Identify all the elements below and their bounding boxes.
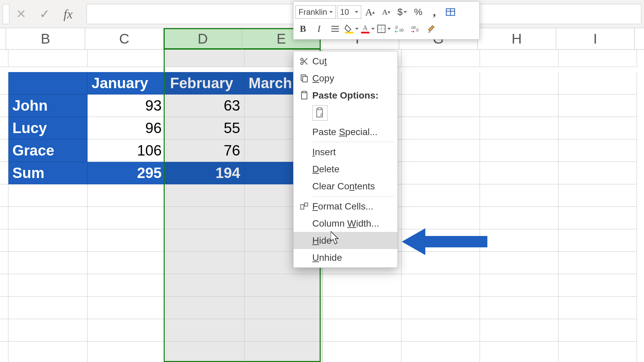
cell-header-january[interactable]: January	[88, 72, 166, 95]
decrease-font-button[interactable]: A▾	[379, 5, 393, 19]
cell[interactable]	[558, 72, 637, 95]
cell[interactable]	[480, 72, 558, 95]
cell[interactable]	[88, 297, 166, 319]
format-cells-menu-item[interactable]: Format Cells...	[293, 198, 397, 215]
cell[interactable]	[245, 342, 323, 362]
cell[interactable]	[8, 184, 88, 207]
cell[interactable]: 106	[88, 139, 166, 162]
cell[interactable]	[0, 50, 8, 67]
delete-menu-item[interactable]: Delete	[293, 161, 397, 178]
cell[interactable]	[0, 139, 8, 162]
row-header-gutter[interactable]	[0, 28, 6, 49]
cell[interactable]	[558, 139, 637, 162]
column-header-d[interactable]: D	[164, 28, 242, 49]
copy-menu-item[interactable]: Copy	[293, 70, 397, 87]
column-width-menu-item[interactable]: Column Width...	[293, 215, 397, 232]
cell[interactable]	[480, 50, 558, 67]
cell-name-lucy[interactable]: Lucy	[8, 117, 88, 139]
cell[interactable]	[480, 252, 558, 274]
cell[interactable]	[8, 342, 88, 362]
fill-color-button[interactable]	[344, 21, 359, 36]
paste-special-menu-item[interactable]: Paste Special...	[293, 123, 397, 140]
cell[interactable]: 63	[166, 95, 245, 117]
cell-name-john[interactable]: John	[8, 95, 88, 117]
cell[interactable]	[8, 274, 88, 297]
cell[interactable]	[88, 342, 166, 362]
cell[interactable]	[401, 162, 480, 184]
cell[interactable]: 76	[166, 139, 245, 162]
font-color-button[interactable]: A	[360, 21, 375, 36]
cell[interactable]	[558, 274, 637, 297]
cell[interactable]	[8, 252, 88, 274]
cell[interactable]	[480, 184, 558, 207]
italic-button[interactable]: I	[312, 21, 326, 36]
cell[interactable]	[166, 207, 245, 229]
cell[interactable]	[480, 342, 558, 362]
font-family-dropdown[interactable]: Franklin	[296, 5, 336, 19]
cell[interactable]: 55	[166, 117, 245, 139]
cell-header-blank[interactable]	[8, 72, 88, 95]
cell[interactable]	[558, 117, 637, 139]
percent-button[interactable]: %	[411, 5, 426, 19]
cell[interactable]	[401, 319, 480, 342]
cell[interactable]	[0, 319, 8, 342]
cell[interactable]	[0, 274, 8, 297]
cell[interactable]	[245, 319, 323, 342]
font-size-dropdown[interactable]: 10	[337, 5, 361, 19]
cell[interactable]	[0, 252, 8, 274]
cell-sum-c[interactable]: 295	[88, 162, 166, 184]
cell[interactable]	[323, 274, 401, 297]
cell[interactable]	[480, 297, 558, 319]
cell[interactable]	[0, 229, 8, 252]
cell[interactable]	[323, 297, 401, 319]
cell[interactable]	[88, 50, 166, 67]
cell[interactable]	[480, 319, 558, 342]
cell[interactable]	[401, 139, 480, 162]
confirm-button[interactable]: ✓	[33, 4, 56, 24]
cell[interactable]	[401, 72, 480, 95]
cell[interactable]	[0, 162, 8, 184]
cell[interactable]	[401, 297, 480, 319]
cell[interactable]	[88, 252, 166, 274]
cell[interactable]	[401, 117, 480, 139]
column-header-i[interactable]: I	[556, 28, 635, 49]
cell[interactable]	[8, 229, 88, 252]
cell[interactable]	[401, 207, 480, 229]
insert-menu-item[interactable]: Insert	[293, 143, 397, 161]
cell[interactable]	[401, 184, 480, 207]
paste-keep-source-button[interactable]: A	[312, 105, 328, 121]
cell[interactable]	[558, 50, 637, 67]
cell[interactable]	[8, 207, 88, 229]
cell[interactable]	[480, 139, 558, 162]
cell[interactable]	[0, 342, 8, 362]
cell[interactable]	[480, 207, 558, 229]
cell[interactable]	[166, 319, 245, 342]
cell[interactable]	[401, 229, 480, 252]
cell[interactable]	[166, 297, 245, 319]
cell[interactable]	[401, 252, 480, 274]
cell[interactable]	[166, 342, 245, 362]
cell[interactable]	[88, 274, 166, 297]
cell[interactable]	[166, 274, 245, 297]
cancel-button[interactable]: ✕	[9, 4, 33, 24]
bold-button[interactable]: B	[296, 21, 310, 36]
column-header-h[interactable]: H	[478, 28, 556, 49]
cell[interactable]	[558, 162, 637, 184]
column-header-b[interactable]: B	[6, 28, 85, 49]
cell[interactable]	[8, 297, 88, 319]
cell[interactable]	[166, 184, 245, 207]
comma-style-button[interactable]: ,	[427, 5, 442, 19]
cell[interactable]	[401, 95, 480, 117]
cell[interactable]	[323, 342, 401, 362]
cell-sum-label[interactable]: Sum	[8, 162, 88, 184]
cell[interactable]	[8, 50, 88, 67]
cell[interactable]	[0, 72, 8, 95]
cell[interactable]	[0, 95, 8, 117]
borders-button[interactable]	[376, 21, 391, 36]
cell[interactable]	[8, 319, 88, 342]
cell[interactable]	[245, 297, 323, 319]
cell[interactable]: 93	[88, 95, 166, 117]
cell[interactable]	[88, 229, 166, 252]
increase-decimal-button[interactable]: .0.00	[392, 21, 407, 36]
cell[interactable]	[480, 229, 558, 252]
